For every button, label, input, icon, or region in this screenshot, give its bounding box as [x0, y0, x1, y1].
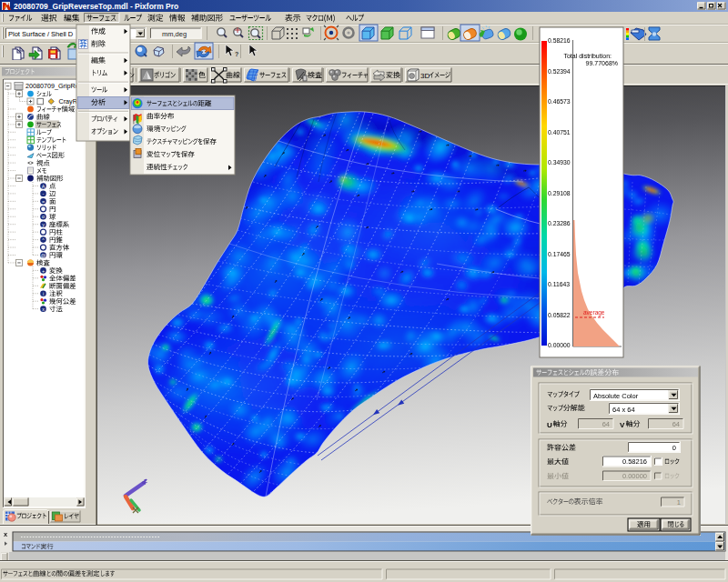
svg-text:y: y	[42, 222, 45, 227]
svg-text:z: z	[144, 477, 147, 485]
svg-text:A: A	[42, 184, 46, 189]
svg-text:0.11643: 0.11643	[548, 281, 570, 287]
svg-text:0.23286: 0.23286	[548, 220, 571, 226]
svg-text:1: 1	[677, 498, 681, 507]
svg-text:0.52394: 0.52394	[548, 68, 571, 75]
svg-text:Plot Surface / Shell D: Plot Surface / Shell D	[8, 30, 74, 38]
svg-text:0.05822: 0.05822	[548, 312, 571, 318]
svg-text:64 x 64: 64 x 64	[612, 406, 635, 414]
svg-text:x: x	[42, 306, 45, 312]
svg-text:=: =	[42, 199, 45, 205]
svg-text:i: i	[43, 291, 44, 296]
svg-text:average: average	[583, 309, 605, 316]
svg-text:V: V	[620, 421, 625, 429]
svg-text:0.58216: 0.58216	[548, 37, 571, 44]
svg-text:U: U	[547, 421, 552, 429]
svg-text:Absolute Color: Absolute Color	[593, 392, 639, 400]
svg-text:o: o	[42, 214, 45, 219]
svg-text:^: ^	[42, 237, 45, 243]
svg-text:20080709_GripReverseTop.mdl -: 20080709_GripReverseTop.mdl - Pixform Pr…	[14, 2, 178, 11]
svg-text:0.17465: 0.17465	[548, 251, 571, 257]
svg-text:-: -	[43, 191, 45, 196]
svg-text:3D: 3D	[420, 72, 430, 80]
svg-text:CrayR: CrayR	[59, 97, 77, 105]
svg-text:64: 64	[672, 420, 680, 428]
svg-text:0.00000: 0.00000	[548, 342, 571, 348]
svg-text:@: @	[41, 253, 46, 258]
svg-text:0.58216: 0.58216	[622, 457, 647, 466]
svg-text:99.77068%: 99.77068%	[586, 60, 618, 66]
svg-text:0: 0	[672, 444, 676, 452]
svg-text:+: +	[42, 268, 45, 274]
svg-text:0.40751: 0.40751	[548, 129, 571, 135]
svg-text:20080709_GripRe: 20080709_GripRe	[25, 82, 79, 90]
svg-text:0.34930: 0.34930	[548, 159, 571, 166]
svg-text:?: ?	[235, 51, 238, 57]
svg-text:64: 64	[602, 420, 610, 428]
svg-text:Total distribution:: Total distribution:	[563, 53, 612, 59]
svg-text:0.46573: 0.46573	[548, 98, 571, 105]
svg-text:0.00000: 0.00000	[622, 472, 647, 480]
svg-text:0.29108: 0.29108	[548, 190, 571, 196]
svg-text:mm,deg: mm,deg	[162, 30, 187, 38]
